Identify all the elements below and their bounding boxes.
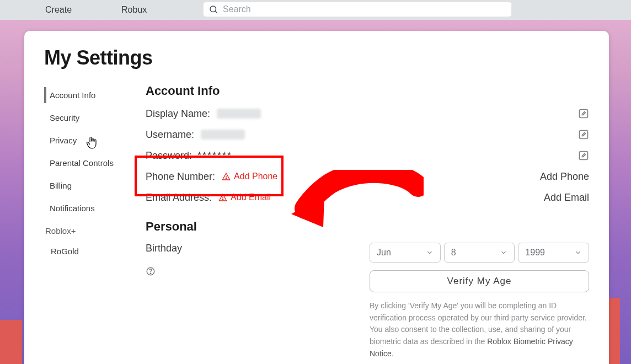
phone-warning-badge: Add Phone — [222, 172, 277, 181]
search-box[interactable] — [203, 2, 512, 17]
row-password: Password: ******* — [146, 149, 589, 162]
birthday-selects: Jun 8 1999 — [370, 243, 589, 263]
row-email: Email Address: Add Email Add Email — [146, 191, 589, 204]
svg-point-11 — [150, 273, 151, 274]
help-icon[interactable] — [146, 266, 156, 276]
email-warning-badge: Add Email — [218, 192, 271, 202]
username-value-redacted — [201, 130, 245, 140]
chevron-down-icon — [426, 249, 434, 256]
search-input[interactable] — [223, 4, 506, 14]
nav-create[interactable]: Create — [45, 5, 72, 15]
chevron-down-icon — [500, 249, 507, 256]
search-icon — [208, 4, 218, 14]
add-email-action[interactable]: Add Email — [544, 192, 589, 204]
username-label: Username: — [146, 129, 194, 141]
edit-icon[interactable] — [578, 108, 589, 119]
display-name-label: Display Name: — [146, 108, 210, 120]
add-phone-action[interactable]: Add Phone — [540, 171, 589, 183]
nav-robux[interactable]: Robux — [121, 5, 147, 15]
warning-icon — [222, 172, 231, 181]
page-title: My Settings — [44, 46, 589, 69]
sidebar-item-notifications[interactable]: Notifications — [46, 197, 138, 220]
settings-main: Account Info Display Name: Username: Pas… — [138, 84, 589, 360]
phone-label: Phone Number: — [146, 171, 215, 183]
warning-icon — [218, 193, 227, 202]
verify-age-button[interactable]: Verify My Age — [370, 270, 589, 292]
svg-point-6 — [226, 178, 226, 179]
birthday-day-select[interactable]: 8 — [444, 243, 515, 263]
svg-point-0 — [210, 6, 216, 12]
settings-card: My Settings Account Info Security Privac… — [24, 31, 609, 364]
top-nav: Create Robux — [0, 0, 631, 20]
birthday-label: Birthday — [146, 243, 182, 254]
account-info-heading: Account Info — [146, 84, 589, 98]
birthday-year-select[interactable]: 1999 — [518, 243, 589, 263]
email-label: Email Address: — [146, 192, 212, 204]
sidebar-item-rogold[interactable]: RoGold — [46, 242, 138, 260]
edit-icon[interactable] — [578, 150, 589, 161]
row-phone: Phone Number: Add Phone Add Phone — [146, 170, 589, 183]
svg-rect-4 — [580, 152, 588, 160]
password-label: Password: — [146, 150, 192, 162]
settings-sidebar: Account Info Security Privacy Parental C… — [44, 84, 138, 360]
sidebar-item-privacy[interactable]: Privacy — [46, 129, 138, 152]
svg-rect-3 — [580, 131, 588, 139]
svg-line-1 — [215, 11, 217, 13]
display-name-value-redacted — [217, 109, 261, 119]
birthday-month-select[interactable]: Jun — [370, 243, 441, 263]
sidebar-item-security[interactable]: Security — [46, 106, 138, 129]
verify-disclaimer: By clicking 'Verify My Age' you will be … — [370, 300, 589, 360]
sidebar-item-billing[interactable]: Billing — [46, 174, 138, 197]
personal-heading: Personal — [146, 220, 589, 234]
row-display-name: Display Name: — [146, 107, 589, 120]
svg-point-8 — [222, 199, 223, 200]
edit-icon[interactable] — [578, 129, 589, 140]
chevron-down-icon — [574, 249, 582, 256]
svg-rect-2 — [580, 110, 588, 118]
sidebar-item-parental-controls[interactable]: Parental Controls — [46, 152, 138, 174]
sidebar-item-robloxplus[interactable]: Roblox+ — [42, 220, 138, 242]
row-username: Username: — [146, 128, 589, 141]
password-value: ******* — [197, 150, 232, 162]
sidebar-item-account-info[interactable]: Account Info — [46, 84, 138, 106]
